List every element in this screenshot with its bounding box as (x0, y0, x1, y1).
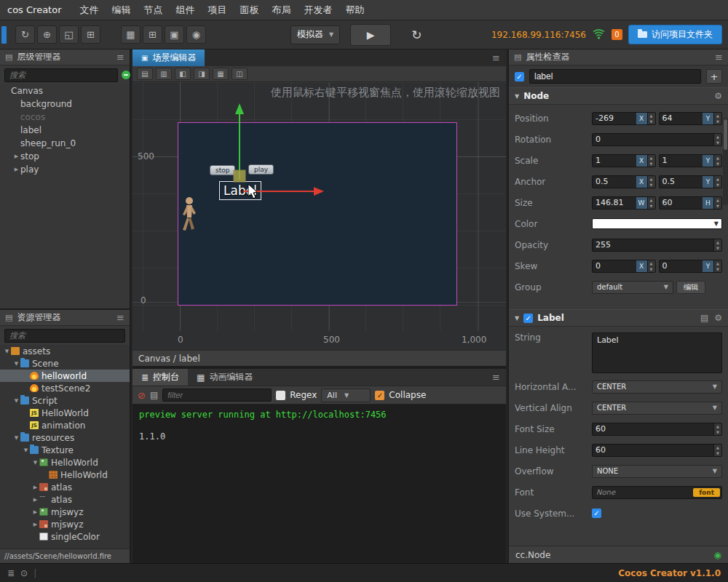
field-value[interactable]: 64 (660, 113, 703, 124)
gizmo-origin-handle[interactable] (234, 170, 245, 182)
property-checkbox[interactable]: ✓ (592, 509, 601, 518)
color-swatch[interactable]: ▼ (592, 218, 722, 229)
menubar-item[interactable]: 帮助 (339, 1, 371, 19)
doc-icon[interactable]: ▤ (700, 313, 708, 323)
font-asset-field[interactable]: None font (592, 486, 722, 499)
hierarchy-node-row[interactable]: sheep_run_0 (0, 137, 130, 150)
stepper[interactable]: ▲▼ (713, 423, 721, 435)
number-field-y[interactable]: 60 H ▲▼ (659, 196, 723, 210)
hierarchy-node-row[interactable]: label (0, 124, 130, 137)
field-value[interactable]: 0 (593, 134, 713, 146)
gizmo-y-axis-handle[interactable] (235, 103, 244, 180)
log-toggle-icon[interactable]: ≣ (7, 568, 15, 578)
number-field[interactable]: 60 ▲▼ (592, 423, 722, 436)
align-left-button[interactable]: ◨ (194, 68, 210, 80)
menubar-item[interactable]: 项目 (202, 1, 234, 19)
view-mode-button[interactable]: ▣ (165, 25, 184, 44)
gear-icon[interactable]: ⚙ (714, 91, 722, 101)
tree-expand-icon[interactable]: ▶ (31, 485, 39, 490)
asset-row[interactable]: singleColor (0, 530, 130, 543)
hierarchy-node-row[interactable]: cocos (0, 111, 130, 124)
stepper[interactable]: ▲▼ (713, 197, 721, 209)
panel-menu-icon[interactable]: ≡ (492, 52, 500, 63)
hierarchy-node-row[interactable]: Canvas (0, 84, 130, 97)
sync-button[interactable]: ↻ (15, 25, 35, 44)
menubar-item[interactable]: 节点 (138, 1, 170, 19)
inspector-scrollbar[interactable] (723, 118, 728, 205)
tab-scene-editor[interactable]: ▣ 场景编辑器 (132, 49, 205, 66)
field-value[interactable]: 0.5 (660, 176, 703, 188)
eye-icon[interactable]: ⊙ (20, 568, 28, 578)
add-component-button[interactable]: + (706, 69, 722, 84)
tree-expand-icon[interactable]: ▶ (31, 509, 39, 515)
node-name-input[interactable] (529, 69, 701, 84)
reload-button[interactable]: ↻ (411, 28, 422, 42)
stepper[interactable]: ▲▼ (713, 134, 721, 146)
menubar-item[interactable]: 组件 (170, 1, 202, 19)
field-value[interactable]: 60 (660, 197, 703, 209)
tree-expand-icon[interactable]: ▼ (12, 435, 20, 441)
asset-row[interactable]: ▶ atlas (0, 493, 130, 506)
open-project-folder-button[interactable]: 访问项目文件夹 (628, 25, 722, 44)
stepper[interactable]: ▲▼ (647, 176, 655, 188)
hierarchy-node-row[interactable]: ▶ stop (0, 150, 130, 163)
gear-icon[interactable]: ⚙ (714, 313, 722, 323)
field-value[interactable]: 255 (593, 239, 713, 251)
field-value[interactable]: 60 (593, 423, 713, 435)
field-value[interactable]: 60 (593, 445, 713, 456)
number-field-x[interactable]: 146.81 W ▲▼ (592, 196, 656, 210)
number-field-x[interactable]: 0.5 X ▲▼ (592, 175, 656, 188)
asset-row[interactable]: helloworld (0, 370, 130, 382)
panel-menu-icon[interactable]: ≡ (116, 312, 124, 323)
assets-search-input[interactable] (4, 329, 125, 343)
number-field-y[interactable]: 0 Y ▲▼ (659, 260, 723, 273)
hierarchy-search-input[interactable] (4, 68, 118, 82)
link-icon[interactable] (122, 71, 130, 79)
number-field-x[interactable]: -269 X ▲▼ (592, 112, 656, 125)
tree-expand-icon[interactable]: ▶ (31, 497, 39, 503)
menubar-item[interactable]: 文件 (74, 1, 106, 19)
stepper[interactable]: ▲▼ (713, 445, 721, 456)
tree-expand-icon[interactable]: ▶ (12, 167, 20, 172)
field-value[interactable]: -269 (593, 113, 636, 124)
help-eye-icon[interactable]: ◉ (714, 550, 721, 560)
component-enabled-checkbox[interactable]: ✓ (523, 314, 533, 323)
property-select[interactable]: NONE ▼ (592, 465, 722, 478)
tree-expand-icon[interactable]: ▼ (3, 348, 11, 354)
tree-expand-icon[interactable]: ▶ (12, 154, 20, 159)
number-field-y[interactable]: 64 Y ▲▼ (659, 112, 723, 125)
tree-expand-icon[interactable]: ▼ (12, 398, 20, 404)
stepper[interactable]: ▲▼ (713, 113, 721, 124)
device-select[interactable]: 模拟器 ▼ (290, 25, 340, 44)
number-field-x[interactable]: 1 X ▲▼ (592, 154, 656, 167)
field-value[interactable]: 1 (593, 155, 636, 167)
edit-group-button[interactable]: 编辑 (676, 281, 705, 294)
field-value[interactable]: 0.5 (593, 176, 636, 188)
number-field[interactable]: 0 ▲▼ (592, 133, 722, 146)
group-select[interactable]: default ▼ (592, 281, 673, 294)
align-middle-button[interactable]: ▥ (156, 68, 172, 80)
node-active-checkbox[interactable]: ✓ (515, 72, 524, 81)
asset-row[interactable]: ▼ Texture (0, 444, 130, 456)
field-value[interactable]: 146.81 (593, 197, 636, 209)
stepper[interactable]: ▲▼ (713, 176, 721, 188)
menubar-item[interactable]: 开发者 (298, 1, 339, 19)
stepper[interactable]: ▲▼ (647, 197, 655, 209)
stepper[interactable]: ▲▼ (713, 260, 721, 272)
field-value[interactable]: 0 (660, 260, 703, 272)
field-value[interactable]: 0 (593, 260, 636, 272)
asset-row[interactable]: ▼ Scene (0, 357, 130, 370)
tab-animation-editor[interactable]: ▦ 动画编辑器 (188, 369, 261, 386)
asset-row[interactable]: ▼ assets (0, 345, 130, 357)
tree-expand-icon[interactable]: ▼ (22, 447, 30, 453)
snap-button[interactable]: ⊞ (143, 25, 162, 44)
hierarchy-node-row[interactable]: ▶ play (0, 163, 130, 176)
collapse-arrow-icon[interactable]: ▼ (515, 93, 519, 100)
tree-expand-icon[interactable]: ▶ (31, 522, 39, 527)
stepper[interactable]: ▲▼ (647, 113, 655, 124)
number-field-y[interactable]: 0.5 Y ▲▼ (659, 175, 723, 188)
asset-row[interactable]: HelloWorld (0, 469, 130, 481)
align-bottom-button[interactable]: ◧ (175, 68, 191, 80)
move-tool-button[interactable]: ⊕ (37, 25, 57, 44)
tree-expand-icon[interactable]: ▼ (31, 460, 39, 466)
